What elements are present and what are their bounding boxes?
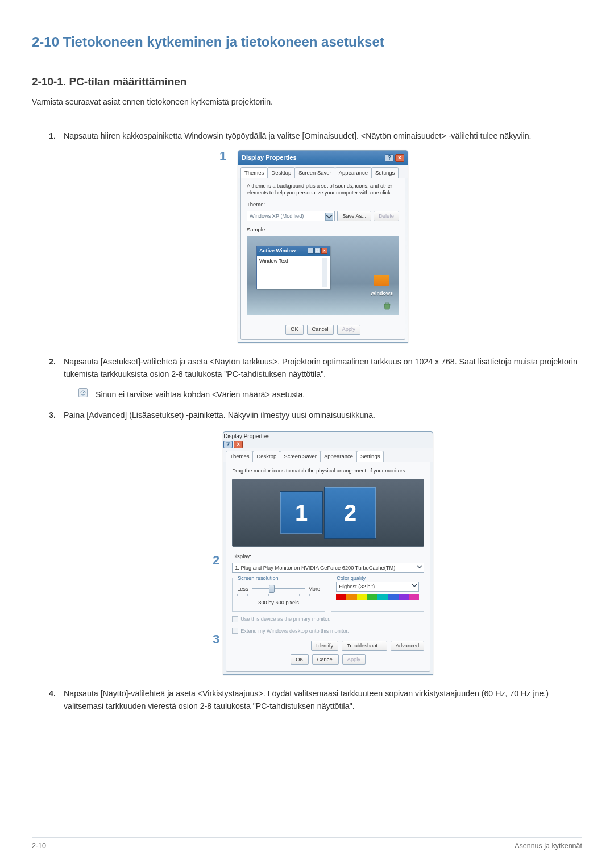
overlay-number-2: 2	[213, 551, 219, 570]
close-button[interactable]: ×	[234, 441, 243, 448]
window-text: Window Text	[259, 258, 288, 287]
ok-button[interactable]: OK	[285, 325, 303, 335]
drag-hint: Drag the monitor icons to match the phys…	[232, 468, 424, 475]
tab-themes[interactable]: Themes	[226, 451, 253, 462]
step-2: Napsauta [Asetukset]-välilehteä ja aseta…	[49, 355, 582, 401]
close-icon: ×	[321, 248, 327, 254]
monitor-2[interactable]: 2	[324, 487, 376, 539]
cancel-button[interactable]: Cancel	[307, 325, 334, 335]
chevron-down-icon	[325, 213, 333, 221]
checkbox-extend-label: Extend my Windows desktop onto this moni…	[240, 627, 349, 635]
minimize-icon: _	[308, 248, 314, 254]
recycle-bin-icon	[383, 301, 392, 310]
screen-resolution-panel: Screen resolution Less More 800 by 600 p…	[232, 578, 325, 612]
troubleshoot-button[interactable]: Troubleshoot...	[342, 641, 387, 651]
sample-label: Sample:	[247, 226, 399, 234]
help-button[interactable]: ?	[385, 154, 394, 162]
svg-line-1	[81, 391, 85, 394]
save-as-button[interactable]: Save As...	[337, 211, 371, 221]
active-window-title: Active Window	[259, 247, 296, 255]
dialog2-title: Display Properties	[223, 433, 269, 439]
tab-themes[interactable]: Themes	[240, 167, 268, 178]
resolution-value: 800 by 600 pixels	[237, 599, 320, 607]
note-text: Sinun ei tarvitse vaihtaa kohdan <Värien…	[96, 388, 305, 401]
monitor-1[interactable]: 1	[280, 491, 323, 534]
step-3: Paina [Advanced] (Lisäasetukset) -painik…	[49, 409, 582, 675]
step-4-text: Napsauta [Näyttö]-välilehteä ja aseta <V…	[64, 689, 549, 711]
scrollbar-icon	[322, 258, 327, 287]
note-row: Sinun ei tarvitse vaihtaa kohdan <Värien…	[78, 388, 582, 401]
windows-logo: Windows	[371, 275, 393, 297]
monitor-arrangement[interactable]: 1 2	[232, 479, 424, 547]
step-1-text: Napsauta hiiren kakkospainiketta Windows…	[64, 131, 532, 140]
tab-settings[interactable]: Settings	[371, 167, 399, 178]
slider-thumb-icon[interactable]	[269, 585, 275, 593]
extend-desktop-checkbox-row: Extend my Windows desktop onto this moni…	[232, 627, 424, 635]
dialog1-body: A theme is a background plus a set of so…	[240, 178, 405, 339]
page-footer: 2-10 Asennus ja kytkennät	[32, 842, 582, 850]
display-value: 1. Plug and Play Monitor on NVIDIA GeFor…	[235, 564, 395, 572]
display-properties-dialog-settings: Display Properties ? × Themes Desktop Sc…	[223, 431, 433, 675]
display-label: Display:	[232, 553, 424, 561]
section-title: 2-10 Tietokoneen kytkeminen ja tietokone…	[32, 34, 582, 56]
help-button[interactable]: ?	[223, 441, 233, 448]
overlay-number-3: 3	[213, 630, 219, 649]
display-properties-dialog-themes: Display Properties ? × Themes Desktop Sc…	[238, 150, 408, 342]
checkbox-primary-label: Use this device as the primary monitor.	[240, 615, 330, 623]
step-3-text: Paina [Advanced] (Lisäasetukset) -painik…	[64, 410, 375, 420]
footer-right: Asennus ja kytkennät	[515, 842, 582, 850]
maximize-icon: □	[314, 248, 321, 254]
cancel-button[interactable]: Cancel	[312, 654, 339, 665]
tab-desktop[interactable]: Desktop	[252, 451, 280, 462]
ok-button[interactable]: OK	[291, 654, 308, 665]
windows-flag-icon	[374, 275, 389, 286]
color-quality-value: Highest (32 bit)	[339, 583, 375, 591]
advanced-button[interactable]: Advanced	[391, 641, 424, 651]
tab-settings[interactable]: Settings	[356, 451, 384, 462]
chevron-down-icon	[417, 564, 422, 572]
theme-description: A theme is a background plus a set of so…	[247, 183, 399, 196]
display-dropdown[interactable]: 1. Plug and Play Monitor on NVIDIA GeFor…	[232, 563, 424, 573]
theme-dropdown[interactable]: Windows XP (Modified)	[247, 211, 335, 221]
color-quality-dropdown[interactable]: Highest (32 bit)	[336, 582, 419, 592]
color-quality-panel: Color quality Highest (32 bit)	[331, 578, 424, 612]
theme-label: Theme:	[247, 201, 399, 209]
checkbox-extend[interactable]	[232, 628, 238, 634]
dialog1-wrap: 1 Display Properties ? × Themes Desktop	[64, 150, 582, 342]
color-spectrum-bar	[336, 594, 419, 600]
step-2-text: Napsauta [Asetukset]-välilehteä ja aseta…	[64, 357, 578, 379]
identify-button[interactable]: Identify	[311, 641, 338, 651]
overlay-number-1: 1	[219, 147, 226, 166]
theme-sample-preview: Active Window _ □ × Window Text	[247, 236, 399, 315]
checkbox-primary[interactable]	[232, 616, 238, 622]
tab-appearance[interactable]: Appearance	[320, 451, 357, 462]
sample-active-window: Active Window _ □ × Window Text	[256, 246, 330, 290]
slider-less-label: Less	[237, 585, 248, 593]
overlay-numbers-column: 2 3	[213, 431, 219, 649]
primary-monitor-checkbox-row: Use this device as the primary monitor.	[232, 615, 424, 623]
tab-screensaver[interactable]: Screen Saver	[280, 451, 321, 462]
dialog1-title: Display Properties	[242, 153, 297, 163]
resolution-slider[interactable]	[252, 588, 305, 589]
tab-screensaver[interactable]: Screen Saver	[294, 167, 335, 178]
delete-button[interactable]: Delete	[374, 211, 399, 221]
steps-list: Napsauta hiiren kakkospainiketta Windows…	[32, 130, 582, 712]
apply-button[interactable]: Apply	[342, 654, 366, 665]
apply-button[interactable]: Apply	[337, 325, 360, 335]
dialog2-body: Drag the monitor icons to match the phys…	[226, 462, 430, 672]
step-1: Napsauta hiiren kakkospainiketta Windows…	[49, 130, 582, 342]
step-4: Napsauta [Näyttö]-välilehteä ja aseta <V…	[49, 687, 582, 712]
screen-resolution-label: Screen resolution	[236, 574, 280, 582]
slider-more-label: More	[308, 585, 320, 593]
dialog1-tabs: Themes Desktop Screen Saver Appearance S…	[238, 165, 408, 178]
chevron-down-icon	[412, 583, 417, 591]
close-button[interactable]: ×	[395, 154, 404, 162]
footer-left: 2-10	[32, 842, 46, 850]
tab-desktop[interactable]: Desktop	[267, 167, 295, 178]
dialog2-tabs: Themes Desktop Screen Saver Appearance S…	[223, 448, 433, 462]
tab-appearance[interactable]: Appearance	[335, 167, 372, 178]
info-icon	[78, 388, 88, 397]
windows-logo-text: Windows	[371, 290, 393, 296]
theme-value: Windows XP (Modified)	[250, 212, 304, 220]
dialog1-titlebar: Display Properties ? ×	[238, 151, 408, 165]
